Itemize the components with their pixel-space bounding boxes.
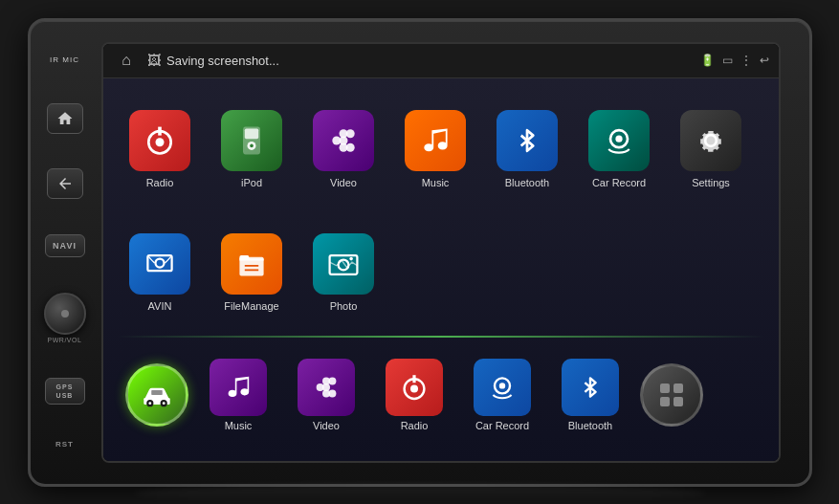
app-ipod-label: iPod bbox=[241, 177, 262, 188]
svg-point-11 bbox=[340, 129, 348, 138]
dock-bluetooth-label: Bluetooth bbox=[568, 420, 612, 431]
volume-knob[interactable] bbox=[44, 293, 86, 335]
svg-point-39 bbox=[499, 383, 505, 388]
svg-point-33 bbox=[322, 378, 330, 385]
dock-car-button[interactable] bbox=[125, 363, 188, 427]
svg-point-12 bbox=[340, 143, 348, 152]
svg-rect-4 bbox=[245, 128, 258, 139]
screenshot-icon: 🖼 bbox=[147, 53, 161, 68]
navi-button[interactable]: NAVI bbox=[45, 234, 85, 257]
android-home-button[interactable]: ⌂ bbox=[113, 47, 140, 74]
svg-point-22 bbox=[349, 256, 353, 260]
svg-rect-15 bbox=[147, 255, 171, 271]
dock-bluetooth[interactable]: Bluetooth bbox=[552, 359, 629, 431]
status-bar: ⌂ 🖼 Saving screenshot... 🔋 ▭ ⋮ ↩ bbox=[103, 44, 779, 78]
ir-mic-label: IR MIC bbox=[50, 55, 79, 64]
app-bluetooth[interactable]: Bluetooth bbox=[485, 106, 569, 192]
battery-icon: 🔋 bbox=[700, 54, 715, 67]
dock-music[interactable]: Music bbox=[200, 359, 276, 431]
app-photo-label: Photo bbox=[330, 300, 358, 312]
dock-radio[interactable]: Radio bbox=[376, 359, 453, 431]
app-filemanage[interactable]: FileManage bbox=[210, 230, 294, 316]
dock-video-label: Video bbox=[313, 420, 340, 431]
app-car-record-label: Car Record bbox=[592, 177, 646, 188]
svg-point-14 bbox=[615, 135, 622, 142]
app-radio-label: Radio bbox=[146, 177, 174, 188]
app-photo[interactable]: Photo bbox=[301, 230, 386, 316]
main-screen: ⌂ 🖼 Saving screenshot... 🔋 ▭ ⋮ ↩ R bbox=[101, 42, 781, 463]
dock-music-label: Music bbox=[225, 420, 253, 431]
app-music[interactable]: Music bbox=[393, 106, 477, 192]
dock-video[interactable]: Video bbox=[288, 359, 364, 431]
bottom-dock: Music Video bbox=[118, 340, 764, 451]
svg-point-27 bbox=[163, 402, 166, 405]
app-row-2: AVIN FileManage Photo bbox=[118, 210, 764, 334]
signal-icon: ▭ bbox=[722, 54, 733, 67]
svg-point-34 bbox=[322, 390, 330, 398]
app-video-label: Video bbox=[330, 177, 357, 188]
car-stereo-device: IR MIC NAVI PWR/VOL GPS USB RST ⌂ 🖼 Savi… bbox=[28, 18, 812, 487]
dock-car-record[interactable]: Car Record bbox=[464, 359, 541, 431]
screenshot-notification: 🖼 Saving screenshot... bbox=[147, 53, 693, 68]
svg-point-6 bbox=[250, 143, 254, 147]
reflection-effect bbox=[133, 484, 707, 503]
app-car-record[interactable]: Car Record bbox=[577, 106, 661, 192]
section-divider bbox=[118, 336, 764, 338]
app-avin[interactable]: AVIN bbox=[118, 230, 202, 316]
app-settings[interactable]: Settings bbox=[669, 106, 753, 192]
dock-apps-drawer-button[interactable] bbox=[640, 363, 703, 427]
app-ipod[interactable]: iPod bbox=[210, 106, 294, 192]
app-filemanage-label: FileManage bbox=[224, 300, 278, 312]
more-icon[interactable]: ⋮ bbox=[740, 54, 752, 67]
svg-point-21 bbox=[339, 259, 349, 270]
svg-rect-37 bbox=[412, 375, 415, 383]
status-right-icons: 🔋 ▭ ⋮ ↩ bbox=[700, 54, 769, 67]
vol-label: PWR/VOL bbox=[48, 337, 82, 343]
app-bluetooth-label: Bluetooth bbox=[505, 177, 549, 188]
app-video[interactable]: Video bbox=[301, 106, 386, 192]
svg-rect-28 bbox=[151, 390, 163, 395]
svg-point-16 bbox=[156, 258, 165, 267]
home-button[interactable] bbox=[47, 103, 83, 134]
dock-radio-label: Radio bbox=[401, 420, 429, 431]
gps-usb-button[interactable]: GPS USB bbox=[45, 378, 85, 405]
app-settings-label: Settings bbox=[692, 177, 730, 188]
rst-button[interactable]: RST bbox=[55, 440, 74, 449]
app-avin-label: AVIN bbox=[148, 300, 172, 312]
screenshot-text: Saving screenshot... bbox=[166, 54, 279, 68]
left-controls-panel: IR MIC NAVI PWR/VOL GPS USB RST bbox=[40, 21, 90, 484]
svg-point-1 bbox=[156, 138, 165, 146]
back-button[interactable] bbox=[47, 168, 83, 199]
dock-car-record-label: Car Record bbox=[475, 420, 529, 431]
app-row-1: Radio iPod bbox=[118, 88, 764, 211]
back-nav-icon[interactable]: ↩ bbox=[760, 54, 769, 67]
svg-rect-2 bbox=[158, 126, 162, 135]
svg-point-36 bbox=[410, 385, 418, 393]
app-music-label: Music bbox=[422, 177, 450, 188]
app-radio[interactable]: Radio bbox=[118, 106, 202, 192]
app-grid-container: Radio iPod bbox=[103, 78, 779, 461]
svg-point-26 bbox=[148, 402, 151, 405]
